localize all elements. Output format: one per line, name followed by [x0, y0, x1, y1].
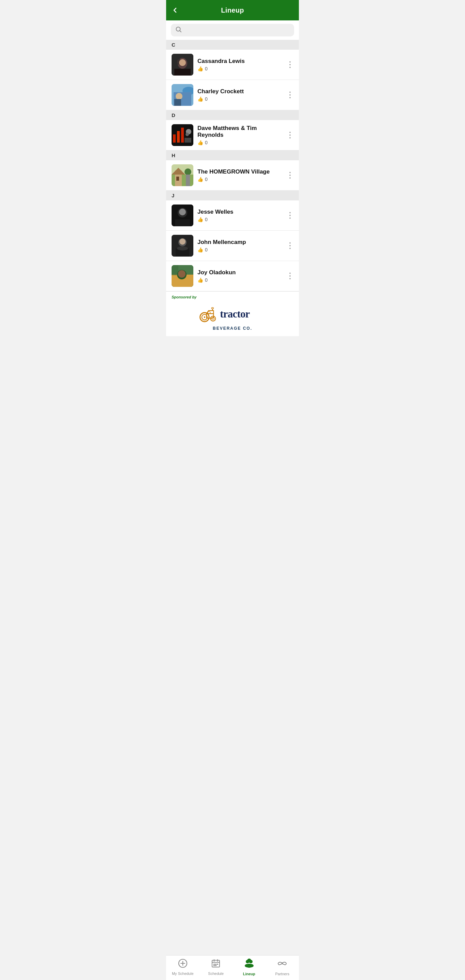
more-options-button[interactable] — [287, 130, 293, 140]
svg-point-34 — [177, 247, 188, 250]
more-options-button[interactable] — [287, 241, 293, 250]
svg-point-28 — [179, 208, 186, 215]
svg-rect-13 — [173, 134, 176, 143]
more-options-button[interactable] — [287, 90, 293, 100]
like-row: 👍 0 — [197, 96, 283, 102]
like-count: 0 — [205, 217, 208, 222]
list-item[interactable]: Charley Crockett 👍 0 — [166, 80, 299, 110]
artist-thumbnail — [172, 124, 193, 146]
artist-info: Cassandra Lewis 👍 0 — [197, 58, 283, 72]
nav-label-my-schedule: My Schedule — [172, 972, 194, 975]
svg-rect-11 — [174, 99, 181, 106]
svg-rect-14 — [177, 131, 180, 143]
svg-point-48 — [212, 307, 213, 309]
like-row: 👍 0 — [197, 247, 283, 253]
list-item[interactable]: Cassandra Lewis 👍 0 — [166, 50, 299, 80]
nav-item-partners[interactable]: Partners — [270, 958, 294, 976]
svg-rect-29 — [175, 220, 190, 226]
thumbs-up-icon: 👍 — [197, 217, 203, 222]
artist-info: The HOMEGROWN Village 👍 0 — [197, 169, 283, 182]
svg-point-68 — [247, 959, 251, 963]
more-options-button[interactable] — [287, 60, 293, 69]
svg-text:tractor: tractor — [220, 308, 250, 320]
svg-line-1 — [180, 30, 181, 32]
svg-rect-61 — [217, 964, 218, 965]
svg-rect-63 — [215, 965, 217, 966]
like-count: 0 — [205, 277, 208, 283]
artist-name: Dave Matthews & Tim Reynolds — [197, 125, 283, 138]
like-count: 0 — [205, 96, 208, 102]
section-header-h: H — [166, 150, 299, 160]
svg-point-24 — [185, 169, 191, 175]
list-item[interactable]: The HOMEGROWN Village 👍 0 — [166, 160, 299, 191]
svg-rect-20 — [172, 175, 193, 186]
artist-thumbnail — [172, 164, 193, 186]
search-container — [166, 21, 299, 40]
like-row: 👍 0 — [197, 217, 283, 222]
tractor-sub-label: BEVERAGE CO. — [172, 326, 293, 331]
search-input[interactable] — [184, 27, 289, 33]
list-item[interactable]: Jesse Welles 👍 0 — [166, 200, 299, 231]
artist-thumbnail — [172, 265, 193, 287]
header: Lineup — [166, 0, 299, 21]
artist-name: The HOMEGROWN Village — [197, 169, 283, 175]
like-row: 👍 0 — [197, 277, 283, 283]
page-title: Lineup — [221, 6, 244, 14]
artist-info: Dave Matthews & Tim Reynolds 👍 0 — [197, 125, 283, 145]
svg-point-10 — [176, 93, 182, 100]
like-count: 0 — [205, 140, 208, 145]
svg-rect-15 — [181, 127, 184, 143]
more-options-button[interactable] — [287, 271, 293, 281]
svg-point-43 — [210, 316, 215, 321]
thumbs-up-icon: 👍 — [197, 140, 203, 145]
nav-label-lineup: Lineup — [243, 972, 255, 976]
svg-point-6 — [179, 59, 186, 66]
like-row: 👍 0 — [197, 177, 283, 182]
thumbs-up-icon: 👍 — [197, 277, 203, 283]
artist-name: Charley Crockett — [197, 88, 283, 95]
like-row: 👍 0 — [197, 66, 283, 72]
nav-item-lineup[interactable]: Lineup — [237, 958, 261, 976]
plus-circle-icon — [178, 959, 188, 970]
nav-item-my-schedule[interactable]: My Schedule — [171, 959, 195, 975]
thumbs-up-icon: 👍 — [197, 96, 203, 102]
list-item[interactable]: Dave Matthews & Tim Reynolds 👍 0 — [166, 120, 299, 150]
artist-name: Jesse Welles — [197, 208, 283, 215]
search-icon — [176, 27, 182, 34]
back-button[interactable] — [172, 7, 178, 14]
more-options-button[interactable] — [287, 170, 293, 180]
like-count: 0 — [205, 177, 208, 182]
search-bar — [171, 24, 294, 37]
svg-rect-18 — [185, 138, 191, 143]
artist-name: Cassandra Lewis — [197, 58, 283, 65]
svg-rect-23 — [176, 177, 179, 181]
like-count: 0 — [205, 66, 208, 72]
section-header-d: D — [166, 110, 299, 120]
nav-label-schedule: Schedule — [208, 972, 224, 975]
svg-rect-60 — [215, 964, 217, 965]
svg-rect-39 — [172, 265, 178, 275]
svg-rect-59 — [213, 964, 215, 965]
sponsored-banner: Sponsored by — [166, 291, 299, 336]
nav-item-schedule[interactable]: Schedule — [204, 959, 228, 975]
artist-thumbnail — [172, 84, 193, 106]
more-options-button[interactable] — [287, 211, 293, 220]
svg-rect-25 — [186, 175, 190, 186]
list-item[interactable]: John Mellencamp 👍 0 — [166, 231, 299, 261]
artist-thumbnail — [172, 54, 193, 76]
list-item[interactable]: Joy Oladokun 👍 0 — [166, 261, 299, 291]
thumbs-up-icon: 👍 — [197, 66, 203, 72]
nav-label-partners: Partners — [275, 972, 289, 976]
svg-rect-62 — [213, 965, 215, 966]
bottom-nav: My Schedule Schedule — [166, 955, 299, 980]
content-area: C Cassandra Lewis 👍 0 — [166, 40, 299, 360]
section-header-j: J — [166, 191, 299, 200]
section-header-c: C — [166, 40, 299, 50]
tractor-logo: tractor — [172, 301, 293, 325]
thumbs-up-icon: 👍 — [197, 247, 203, 253]
svg-point-69 — [246, 964, 253, 968]
artist-info: John Mellencamp 👍 0 — [197, 239, 283, 253]
artist-info: Charley Crockett 👍 0 — [197, 88, 283, 102]
thumbs-up-icon: 👍 — [197, 177, 203, 182]
artist-name: Joy Oladokun — [197, 269, 283, 276]
